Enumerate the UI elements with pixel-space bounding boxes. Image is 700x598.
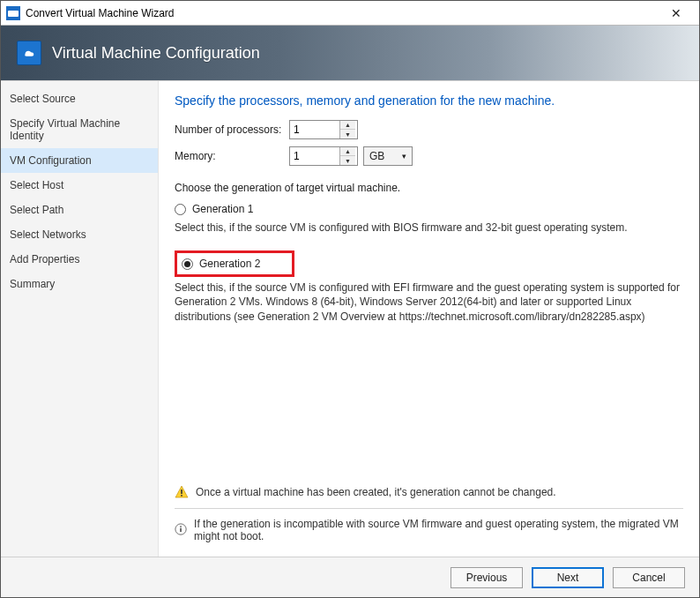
generation2-highlight: Generation 2 bbox=[175, 250, 294, 277]
info-icon bbox=[175, 523, 187, 537]
memory-spinner[interactable]: ▲ ▼ bbox=[289, 146, 358, 166]
generation2-description: Select this, if the source VM is configu… bbox=[175, 280, 683, 324]
sidebar: Select Source Specify Virtual Machine Id… bbox=[1, 81, 158, 557]
svg-rect-0 bbox=[8, 11, 19, 17]
warning-row: Once a virtual machine has been created,… bbox=[175, 480, 683, 505]
app-icon bbox=[6, 6, 20, 20]
close-icon[interactable]: ✕ bbox=[659, 6, 694, 20]
processors-row: Number of processors: ▲ ▼ bbox=[175, 120, 683, 139]
processors-input[interactable] bbox=[290, 122, 339, 138]
chevron-down-icon: ▾ bbox=[402, 152, 406, 161]
memory-label: Memory: bbox=[175, 150, 289, 162]
divider bbox=[175, 508, 683, 509]
wizard-body: Select Source Specify Virtual Machine Id… bbox=[1, 80, 699, 557]
content-panel: Specify the processors, memory and gener… bbox=[158, 81, 699, 557]
sidebar-item-specify-identity[interactable]: Specify Virtual Machine Identity bbox=[1, 111, 158, 148]
generation2-label: Generation 2 bbox=[199, 258, 260, 270]
processors-label: Number of processors: bbox=[175, 123, 289, 136]
banner-title: Virtual Machine Configuration bbox=[52, 44, 260, 63]
generation1-description: Select this, if the source VM is configu… bbox=[175, 221, 683, 235]
generation-prompt: Choose the generation of target virtual … bbox=[175, 182, 683, 194]
next-button[interactable]: Next bbox=[532, 567, 604, 588]
memory-down-icon[interactable]: ▼ bbox=[340, 156, 355, 165]
sidebar-item-summary[interactable]: Summary bbox=[1, 272, 158, 296]
svg-rect-2 bbox=[181, 490, 182, 494]
generation1-radio-row[interactable]: Generation 1 bbox=[175, 203, 683, 215]
memory-unit-value: GB bbox=[369, 150, 384, 162]
memory-up-icon[interactable]: ▲ bbox=[340, 147, 355, 156]
svg-rect-6 bbox=[180, 526, 181, 527]
memory-input[interactable] bbox=[290, 148, 339, 164]
window-title: Convert Virtual Machine Wizard bbox=[26, 7, 659, 19]
svg-rect-5 bbox=[180, 528, 181, 532]
processors-spinner[interactable]: ▲ ▼ bbox=[289, 120, 358, 139]
sidebar-item-select-host[interactable]: Select Host bbox=[1, 173, 158, 198]
footer: Previous Next Cancel bbox=[1, 557, 699, 597]
wizard-window: Convert Virtual Machine Wizard ✕ Virtual… bbox=[0, 0, 700, 598]
page-heading: Specify the processors, memory and gener… bbox=[175, 93, 683, 108]
memory-unit-select[interactable]: GB ▾ bbox=[363, 146, 413, 166]
banner: Virtual Machine Configuration bbox=[1, 26, 699, 80]
warning-icon bbox=[175, 485, 189, 499]
sidebar-item-vm-configuration[interactable]: VM Configuration bbox=[1, 148, 158, 173]
sidebar-item-select-networks[interactable]: Select Networks bbox=[1, 222, 158, 247]
sidebar-item-select-source[interactable]: Select Source bbox=[1, 86, 158, 111]
processors-up-icon[interactable]: ▲ bbox=[340, 121, 355, 130]
warning-text: Once a virtual machine has been created,… bbox=[196, 486, 556, 498]
info-row: If the generation is incompatible with s… bbox=[175, 512, 683, 548]
banner-icon bbox=[17, 41, 41, 65]
previous-button[interactable]: Previous bbox=[451, 567, 523, 588]
processors-down-icon[interactable]: ▼ bbox=[340, 130, 355, 138]
cancel-button[interactable]: Cancel bbox=[613, 567, 685, 588]
generation2-radio[interactable] bbox=[182, 258, 193, 270]
sidebar-item-add-properties[interactable]: Add Properties bbox=[1, 247, 158, 272]
svg-rect-3 bbox=[181, 495, 182, 497]
memory-row: Memory: ▲ ▼ GB ▾ bbox=[175, 146, 683, 166]
titlebar: Convert Virtual Machine Wizard ✕ bbox=[1, 1, 699, 26]
generation1-label: Generation 1 bbox=[192, 203, 253, 215]
sidebar-item-select-path[interactable]: Select Path bbox=[1, 198, 158, 222]
generation2-radio-row[interactable]: Generation 2 bbox=[182, 258, 260, 270]
generation1-radio[interactable] bbox=[175, 204, 186, 215]
info-text: If the generation is incompatible with s… bbox=[194, 518, 683, 542]
